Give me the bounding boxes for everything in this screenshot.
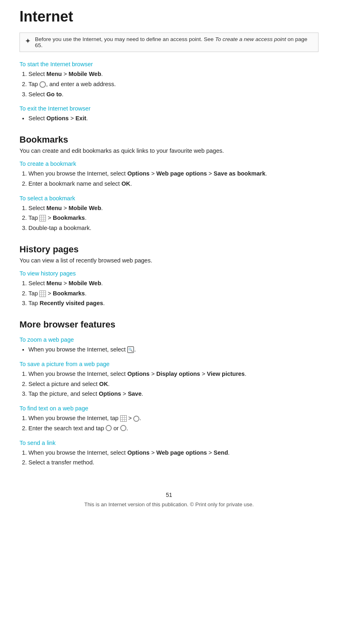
zoom-icon: 🔍 xyxy=(127,346,134,353)
list-start-browser: Select Menu > Mobile Web. Tap , and ente… xyxy=(28,70,318,99)
footer-text: This is an Internet version of this publ… xyxy=(20,501,318,507)
subsection-title-zoom: To zoom a web page xyxy=(20,336,318,343)
list-item: Select Options > Exit. xyxy=(28,114,318,123)
list-item: Tap > Bookmarks. xyxy=(28,214,318,223)
search-icon xyxy=(133,416,139,422)
list-exit-browser: Select Options > Exit. xyxy=(28,114,318,123)
list-send-link: When you browse the Internet, select Opt… xyxy=(28,449,318,468)
grid-icon xyxy=(39,291,46,297)
subsection-title-exit-browser: To exit the Internet browser xyxy=(20,105,318,112)
list-find-text: When you browse the Internet, tap > . En… xyxy=(28,414,318,433)
list-item: Select Menu > Mobile Web. xyxy=(28,279,318,288)
list-item: When you browse the Internet, select Opt… xyxy=(28,169,318,178)
list-item: Enter a bookmark name and select OK. xyxy=(28,180,318,189)
list-select-bookmark: Select Menu > Mobile Web. Tap > Bookmark… xyxy=(28,204,318,233)
subsection-title-select-bookmark: To select a bookmark xyxy=(20,195,318,202)
list-item: Tap the picture, and select Options > Sa… xyxy=(28,390,318,399)
search-prev-icon xyxy=(106,425,112,431)
subsection-title-view-history: To view history pages xyxy=(20,270,318,277)
heading-bookmarks: Bookmarks xyxy=(20,134,318,145)
subsection-title-send-link: To send a link xyxy=(20,440,318,446)
list-item: Tap > Bookmarks. xyxy=(28,289,318,298)
list-item: Select Menu > Mobile Web. xyxy=(28,204,318,213)
tip-icon: ✦ xyxy=(25,37,31,46)
grid-icon xyxy=(39,215,46,221)
heading-more-features: More browser features xyxy=(20,319,318,330)
tip-text: Before you use the Internet, you may nee… xyxy=(35,36,313,48)
list-item: Tap Recently visited pages. xyxy=(28,299,318,308)
list-create-bookmark: When you browse the Internet, select Opt… xyxy=(28,169,318,189)
globe-icon xyxy=(39,81,46,88)
subsection-title-save-picture: To save a picture from a web page xyxy=(20,361,318,367)
section-zoom: To zoom a web page When you browse the I… xyxy=(20,336,318,354)
list-item: Double-tap a bookmark. xyxy=(28,224,318,233)
list-item: Select a picture and select OK. xyxy=(28,380,318,389)
list-item: Select Menu > Mobile Web. xyxy=(28,70,318,79)
list-item: Tap , and enter a web address. xyxy=(28,80,318,89)
list-view-history: Select Menu > Mobile Web. Tap > Bookmark… xyxy=(28,279,318,308)
section-more-features: More browser features xyxy=(20,319,318,330)
list-zoom: When you browse the Internet, select 🔍. xyxy=(28,345,318,354)
tip-box: ✦ Before you use the Internet, you may n… xyxy=(20,33,318,52)
page-number: 51 xyxy=(20,492,318,498)
section-send-link: To send a link When you browse the Inter… xyxy=(20,440,318,468)
page-title: Internet xyxy=(20,8,318,25)
list-item: When you browse the Internet, select Opt… xyxy=(28,449,318,458)
subsection-title-create-bookmark: To create a bookmark xyxy=(20,160,318,167)
section-find-text: To find text on a web page When you brow… xyxy=(20,405,318,433)
desc-history: You can view a list of recently browsed … xyxy=(20,257,318,264)
list-item: Select a transfer method. xyxy=(28,458,318,467)
section-history: History pages You can view a list of rec… xyxy=(20,244,318,264)
section-select-bookmark: To select a bookmark Select Menu > Mobil… xyxy=(20,195,318,233)
section-bookmarks: Bookmarks You can create and edit bookma… xyxy=(20,134,318,154)
list-item: When you browse the Internet, select 🔍. xyxy=(28,345,318,354)
list-save-picture: When you browse the Internet, select Opt… xyxy=(28,370,318,399)
section-start-browser: To start the Internet browser Select Men… xyxy=(20,61,318,99)
subsection-title-find-text: To find text on a web page xyxy=(20,405,318,412)
section-create-bookmark: To create a bookmark When you browse the… xyxy=(20,160,318,189)
grid-icon xyxy=(120,415,127,422)
list-item: Enter the search text and tap or . xyxy=(28,424,318,433)
list-item: Select Go to. xyxy=(28,90,318,99)
heading-history: History pages xyxy=(20,244,318,255)
desc-bookmarks: You can create and edit bookmarks as qui… xyxy=(20,147,318,154)
list-item: When you browse the Internet, tap > . xyxy=(28,414,318,423)
subsection-title-start-browser: To start the Internet browser xyxy=(20,61,318,67)
section-view-history: To view history pages Select Menu > Mobi… xyxy=(20,270,318,308)
section-save-picture: To save a picture from a web page When y… xyxy=(20,361,318,399)
section-exit-browser: To exit the Internet browser Select Opti… xyxy=(20,105,318,123)
list-item: When you browse the Internet, select Opt… xyxy=(28,370,318,379)
search-next-icon xyxy=(120,425,126,431)
